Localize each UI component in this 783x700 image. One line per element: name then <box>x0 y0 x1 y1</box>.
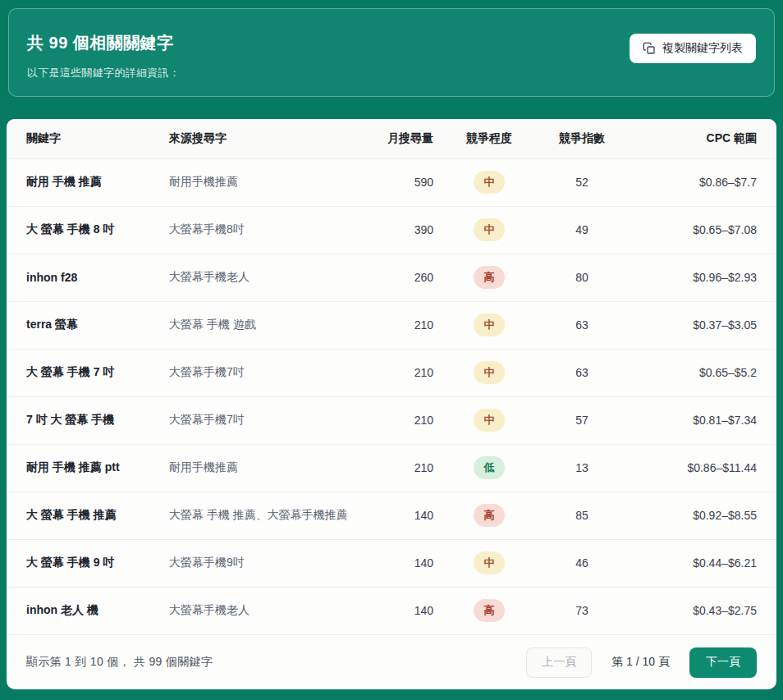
competition-level-badge: 低 <box>474 456 505 479</box>
keyword-cell: inhon 老人 機 <box>7 587 159 634</box>
table-header-row: 關鍵字 來源搜尋字 月搜尋量 競爭程度 競爭指數 CPC 範圍 <box>7 119 776 158</box>
cpc-range-cell: $0.65–$7.08 <box>629 206 776 254</box>
competition-level-cell: 中 <box>443 158 535 206</box>
competition-level-badge: 中 <box>474 171 505 194</box>
keyword-cell: 大 螢幕 手機 9 吋 <box>7 539 159 587</box>
competition-level-cell: 中 <box>443 539 535 587</box>
competition-index-cell: 73 <box>535 587 629 634</box>
keyword-cell: inhon f28 <box>7 254 159 301</box>
competition-level-badge: 中 <box>474 409 505 432</box>
summary-text-block: 共 99 個相關關鍵字 以下是這些關鍵字的詳細資訊： <box>27 29 180 80</box>
competition-level-badge: 高 <box>474 504 505 527</box>
competition-level-badge: 中 <box>474 313 505 336</box>
competition-index-cell: 49 <box>535 206 629 254</box>
page-indicator: 第 1 / 10 頁 <box>611 655 670 670</box>
keywords-table-card: 關鍵字 來源搜尋字 月搜尋量 競爭程度 競爭指數 CPC 範圍 耐用 手機 推薦… <box>7 119 776 689</box>
competition-index-cell: 46 <box>535 539 629 587</box>
page-title: 共 99 個相關關鍵字 <box>27 32 180 54</box>
previous-page-button[interactable]: 上一頁 <box>526 647 592 678</box>
monthly-volume-cell: 590 <box>346 158 443 206</box>
competition-index-cell: 52 <box>535 158 629 206</box>
results-summary: 顯示第 1 到 10 個， 共 99 個關鍵字 <box>26 655 213 670</box>
monthly-volume-cell: 140 <box>346 539 443 587</box>
keyword-cell: 耐用 手機 推薦 <box>7 158 159 206</box>
competition-level-badge: 中 <box>474 218 505 241</box>
summary-card: 共 99 個相關關鍵字 以下是這些關鍵字的詳細資訊： 複製關鍵字列表 <box>8 8 775 97</box>
monthly-volume-cell: 260 <box>346 254 443 301</box>
copy-icon <box>643 42 656 55</box>
pagination: 上一頁 第 1 / 10 頁 下一頁 <box>526 647 757 678</box>
competition-level-cell: 高 <box>443 587 535 634</box>
source-term-cell: 耐用手機推薦 <box>159 158 346 206</box>
table-row: 耐用 手機 推薦耐用手機推薦590中52$0.86–$7.7 <box>7 158 776 206</box>
monthly-volume-cell: 390 <box>346 206 443 254</box>
cpc-range-cell: $0.81–$7.34 <box>629 396 776 444</box>
table-row: 耐用 手機 推薦 ptt耐用手機推薦210低13$0.86–$11.44 <box>7 444 776 492</box>
monthly-volume-cell: 140 <box>346 492 443 539</box>
monthly-volume-cell: 140 <box>346 587 443 634</box>
competition-level-badge: 高 <box>474 599 505 622</box>
source-term-cell: 大螢幕手機老人 <box>159 254 346 301</box>
cpc-range-cell: $0.86–$11.44 <box>629 444 776 492</box>
column-header-competition-level: 競爭程度 <box>443 119 535 158</box>
copy-button-label: 複製關鍵字列表 <box>662 41 743 56</box>
copy-keywords-button[interactable]: 複製關鍵字列表 <box>630 34 756 63</box>
competition-level-cell: 高 <box>443 254 535 301</box>
source-term-cell: 大螢幕手機7吋 <box>159 349 346 396</box>
source-term-cell: 大螢幕 手機 推薦、大螢幕手機推薦 <box>159 492 346 539</box>
column-header-volume: 月搜尋量 <box>346 119 443 158</box>
competition-level-cell: 中 <box>443 301 535 349</box>
cpc-range-cell: $0.92–$8.55 <box>629 492 776 539</box>
competition-level-cell: 高 <box>443 492 535 539</box>
cpc-range-cell: $0.43–$2.75 <box>629 587 776 634</box>
monthly-volume-cell: 210 <box>346 301 443 349</box>
source-term-cell: 大螢幕手機7吋 <box>159 396 346 444</box>
monthly-volume-cell: 210 <box>346 444 443 492</box>
table-row: terra 螢幕大螢幕 手機 遊戲210中63$0.37–$3.05 <box>7 301 776 349</box>
source-term-cell: 大螢幕手機9吋 <box>159 539 346 587</box>
competition-index-cell: 57 <box>535 396 629 444</box>
table-row: inhon 老人 機大螢幕手機老人140高73$0.43–$2.75 <box>7 587 776 634</box>
keyword-cell: 大 螢幕 手機 推薦 <box>7 492 159 539</box>
keyword-cell: 7 吋 大 螢幕 手機 <box>7 396 159 444</box>
competition-index-cell: 80 <box>535 254 629 301</box>
cpc-range-cell: $0.86–$7.7 <box>629 158 776 206</box>
next-page-button[interactable]: 下一頁 <box>689 647 757 678</box>
keyword-cell: terra 螢幕 <box>7 301 159 349</box>
table-row: 大 螢幕 手機 推薦大螢幕 手機 推薦、大螢幕手機推薦140高85$0.92–$… <box>7 492 776 539</box>
keyword-cell: 大 螢幕 手機 7 吋 <box>7 349 159 396</box>
keyword-cell: 大 螢幕 手機 8 吋 <box>7 206 159 254</box>
table-footer: 顯示第 1 到 10 個， 共 99 個關鍵字 上一頁 第 1 / 10 頁 下… <box>7 634 776 689</box>
page-subtitle: 以下是這些關鍵字的詳細資訊： <box>27 66 180 80</box>
table-row: inhon f28大螢幕手機老人260高80$0.96–$2.93 <box>7 254 776 301</box>
column-header-keyword: 關鍵字 <box>7 119 159 158</box>
table-row: 大 螢幕 手機 7 吋大螢幕手機7吋210中63$0.65–$5.2 <box>7 349 776 396</box>
competition-level-badge: 中 <box>474 361 505 384</box>
competition-level-cell: 中 <box>443 349 535 396</box>
column-header-source: 來源搜尋字 <box>159 119 346 158</box>
source-term-cell: 大螢幕手機8吋 <box>159 206 346 254</box>
keyword-cell: 耐用 手機 推薦 ptt <box>7 444 159 492</box>
column-header-competition-index: 競爭指數 <box>535 119 629 158</box>
table-row: 大 螢幕 手機 9 吋大螢幕手機9吋140中46$0.44–$6.21 <box>7 539 776 587</box>
source-term-cell: 大螢幕 手機 遊戲 <box>159 301 346 349</box>
competition-index-cell: 63 <box>535 301 629 349</box>
cpc-range-cell: $0.65–$5.2 <box>629 349 776 396</box>
competition-level-badge: 中 <box>474 551 505 574</box>
cpc-range-cell: $0.96–$2.93 <box>629 254 776 301</box>
table-row: 大 螢幕 手機 8 吋大螢幕手機8吋390中49$0.65–$7.08 <box>7 206 776 254</box>
competition-level-badge: 高 <box>474 266 505 289</box>
competition-index-cell: 13 <box>535 444 629 492</box>
competition-level-cell: 中 <box>443 396 535 444</box>
competition-level-cell: 中 <box>443 206 535 254</box>
cpc-range-cell: $0.44–$6.21 <box>629 539 776 587</box>
source-term-cell: 大螢幕手機老人 <box>159 587 346 634</box>
table-row: 7 吋 大 螢幕 手機大螢幕手機7吋210中57$0.81–$7.34 <box>7 396 776 444</box>
monthly-volume-cell: 210 <box>346 349 443 396</box>
competition-level-cell: 低 <box>443 444 535 492</box>
keywords-table: 關鍵字 來源搜尋字 月搜尋量 競爭程度 競爭指數 CPC 範圍 耐用 手機 推薦… <box>7 119 776 634</box>
table-body: 耐用 手機 推薦耐用手機推薦590中52$0.86–$7.7大 螢幕 手機 8 … <box>7 158 776 634</box>
competition-index-cell: 85 <box>535 492 629 539</box>
cpc-range-cell: $0.37–$3.05 <box>629 301 776 349</box>
column-header-cpc-range: CPC 範圍 <box>629 119 776 158</box>
